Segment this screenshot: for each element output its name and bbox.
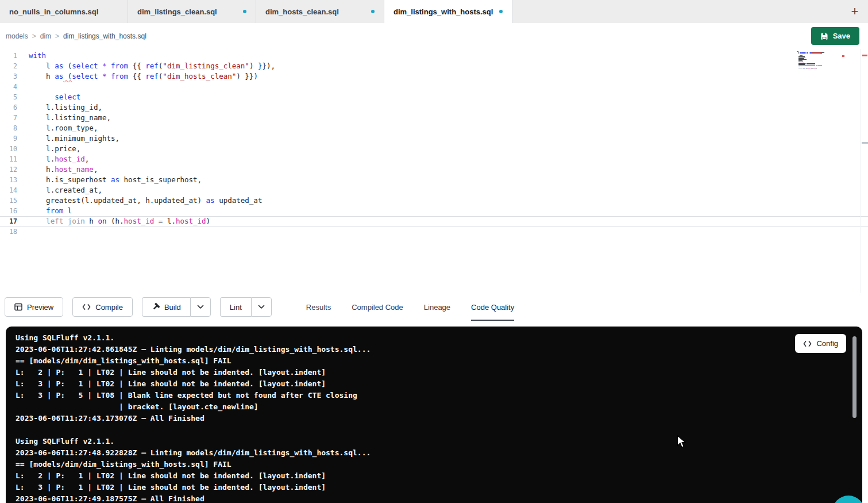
code-icon: [82, 304, 91, 310]
build-dropdown-button[interactable]: [190, 297, 211, 317]
new-tab-button[interactable]: +: [842, 0, 868, 23]
line-number: 7: [0, 113, 17, 123]
line-number: 14: [0, 185, 17, 195]
breadcrumb-item[interactable]: dim_listings_with_hosts.sql: [63, 32, 146, 40]
line-number: 18: [0, 226, 17, 237]
terminal-line: L: 3 | P: 1 | LT02 | Line should not be …: [16, 378, 862, 390]
breadcrumb-item[interactable]: dim: [40, 32, 51, 40]
panel-tab-lineage[interactable]: Lineage: [424, 293, 450, 321]
code-line[interactable]: 16 from l: [0, 206, 868, 216]
breadcrumb-bar: models>dim>dim_listings_with_hosts.sql S…: [0, 23, 868, 49]
panel-tab-code-quality[interactable]: Code Quality: [471, 293, 514, 321]
code-text: with: [17, 51, 46, 61]
code-editor[interactable]: 1with2 l as (select * from {{ ref("dim_l…: [0, 49, 868, 293]
code-icon: [803, 340, 812, 347]
config-button-label: Config: [816, 339, 838, 348]
build-button-group: Build: [142, 297, 211, 317]
lint-button-group: Lint: [220, 297, 272, 317]
lint-button[interactable]: Lint: [220, 297, 251, 317]
code-text: l.price,: [17, 144, 80, 154]
save-button-label: Save: [833, 32, 850, 40]
editor-tab[interactable]: dim_listings_clean.sql: [128, 0, 256, 23]
editor-tab[interactable]: dim_hosts_clean.sql: [256, 0, 384, 23]
code-line[interactable]: 15 greatest(l.updated_at, h.updated_at) …: [0, 195, 868, 206]
terminal-line: Using SQLFluff v2.1.1.: [16, 332, 862, 344]
line-number: 3: [0, 71, 17, 82]
code-line[interactable]: 6 l.listing_id,: [0, 102, 868, 113]
terminal-line: | bracket. [layout.cte_newline]: [16, 401, 862, 413]
terminal-line: [16, 424, 862, 436]
unsaved-changes-dot[interactable]: [499, 10, 503, 13]
compile-button-label: Compile: [95, 303, 123, 312]
chevron-down-icon: [197, 305, 204, 309]
code-line[interactable]: 17 left join h on (h.host_id = l.host_id…: [0, 216, 868, 226]
terminal-line: == [models/dim/dim_listings_with_hosts.s…: [16, 459, 862, 470]
lint-config-button[interactable]: Config: [795, 334, 846, 353]
terminal-line: L: 3 | P: 1 | LT02 | Line should not be …: [16, 482, 862, 493]
code-line[interactable]: 13 h.is_superhost as host_is_superhost,: [0, 175, 868, 185]
code-line[interactable]: 4: [0, 82, 868, 92]
table-grid-icon: [14, 303, 22, 311]
line-number: 8: [0, 123, 17, 133]
terminal-scrollbar[interactable]: [852, 336, 857, 418]
panel-tab-results[interactable]: Results: [306, 293, 331, 321]
unsaved-changes-dot[interactable]: [243, 10, 246, 13]
ruler-error-marker: [862, 55, 867, 56]
code-line[interactable]: 1with: [0, 51, 868, 61]
preview-button-label: Preview: [27, 303, 53, 312]
code-line[interactable]: 14 l.created_at,: [0, 185, 868, 195]
code-line[interactable]: 11 l.host_id,: [0, 154, 868, 164]
code-text: [17, 82, 29, 92]
code-line[interactable]: 3 h as (select * from {{ ref("dim_hosts_…: [0, 71, 868, 82]
code-text: l.room_type,: [17, 123, 98, 133]
line-number: 13: [0, 175, 17, 185]
line-number: 1: [0, 51, 17, 61]
code-text: l.minimum_nights,: [17, 133, 119, 144]
code-text: l as (select * from {{ ref("dim_listings…: [17, 61, 275, 71]
editor-tab[interactable]: no_nulls_in_columns.sql: [0, 0, 128, 23]
tab-strip: no_nulls_in_columns.sqldim_listings_clea…: [0, 0, 512, 23]
action-toolbar: Preview Compile Build: [0, 293, 868, 321]
code-line[interactable]: 18: [0, 226, 868, 237]
terminal-line: 2023-06-06T11:27:43.173076Z — All Finish…: [16, 413, 862, 424]
code-line[interactable]: 10 l.price,: [0, 144, 868, 154]
terminal-line: 2023-06-06T11:27:42.861845Z — Linting mo…: [16, 344, 862, 355]
chevron-down-icon: [258, 305, 265, 309]
terminal-line: L: 2 | P: 1 | LT02 | Line should not be …: [16, 367, 862, 378]
scrollbar-marker[interactable]: [862, 142, 868, 144]
minimap[interactable]: [797, 51, 840, 70]
code-line[interactable]: 8 l.room_type,: [0, 123, 868, 133]
terminal-panel: Using SQLFluff v2.1.1.2023-06-06T11:27:4…: [6, 327, 862, 503]
line-number: 2: [0, 61, 17, 71]
code-text: l.host_id,: [17, 154, 89, 164]
tab-label: no_nulls_in_columns.sql: [9, 7, 118, 16]
panel-tab-strip: ResultsCompiled CodeLineageCode Quality: [306, 293, 514, 321]
code-text: left join h on (h.host_id = l.host_id): [17, 216, 210, 226]
code-text: h.is_superhost as host_is_superhost,: [17, 175, 202, 185]
code-line[interactable]: 7 l.listing_name,: [0, 113, 868, 123]
save-button[interactable]: Save: [811, 27, 859, 45]
compile-button[interactable]: Compile: [72, 297, 133, 317]
line-number: 5: [0, 92, 17, 102]
lint-button-label: Lint: [230, 303, 242, 312]
breadcrumb-item[interactable]: models: [6, 32, 28, 40]
build-button[interactable]: Build: [142, 297, 190, 317]
terminal-output: Using SQLFluff v2.1.1.2023-06-06T11:27:4…: [16, 332, 862, 503]
panel-tab-compiled-code[interactable]: Compiled Code: [352, 293, 403, 321]
preview-button[interactable]: Preview: [5, 297, 63, 317]
code-lines: 1with2 l as (select * from {{ ref("dim_l…: [0, 51, 868, 237]
editor-tab[interactable]: dim_listings_with_hosts.sql: [384, 0, 512, 23]
terminal-line: Using SQLFluff v2.1.1.: [16, 436, 862, 447]
code-line[interactable]: 2 l as (select * from {{ ref("dim_listin…: [0, 61, 868, 71]
lint-dropdown-button[interactable]: [251, 297, 272, 317]
code-line[interactable]: 12 h.host_name,: [0, 164, 868, 175]
code-line[interactable]: 5 select: [0, 92, 868, 102]
code-text: h.host_name,: [17, 164, 98, 175]
code-text: [17, 226, 29, 237]
code-line[interactable]: 9 l.minimum_nights,: [0, 133, 868, 144]
plus-icon: +: [851, 4, 859, 18]
line-number: 11: [0, 154, 17, 164]
hammer-icon: [152, 303, 160, 311]
unsaved-changes-dot[interactable]: [371, 10, 375, 13]
line-number: 10: [0, 144, 17, 154]
